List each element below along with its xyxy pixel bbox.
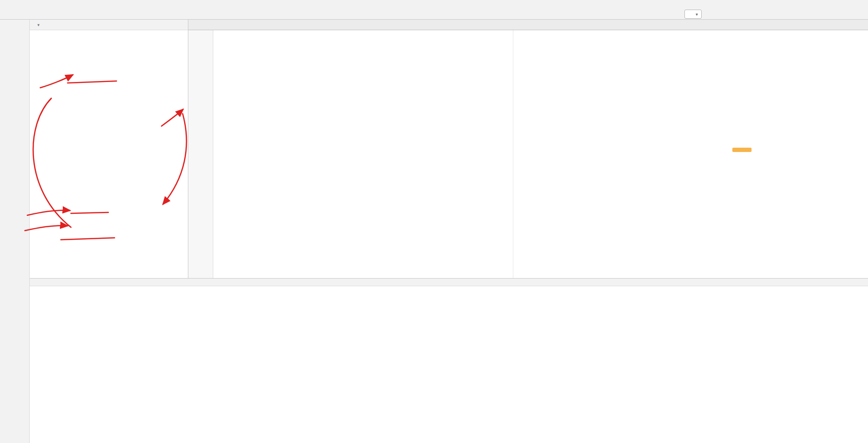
close-terminal-icon[interactable] <box>33 303 41 312</box>
terminal-toolbar <box>30 286 44 443</box>
tool-windows-button[interactable] <box>732 10 741 19</box>
collapse-all-icon[interactable] <box>151 21 161 29</box>
terminal-header[interactable] <box>30 278 868 286</box>
project-panel: ▾ <box>30 20 188 278</box>
project-tree <box>30 30 188 278</box>
ide-window: ▾ ▾ <box>0 0 868 443</box>
add-terminal-icon[interactable] <box>33 290 41 299</box>
editor-code[interactable] <box>213 30 868 278</box>
tool-window-stripe <box>0 20 30 443</box>
project-panel-header: ▾ <box>30 20 188 30</box>
vcs-update-icon[interactable] <box>671 10 680 19</box>
locate-icon[interactable] <box>139 21 149 29</box>
terminal-panel <box>30 278 868 443</box>
editor-area <box>188 20 868 278</box>
editor-tabs <box>188 20 868 30</box>
terminal-output[interactable] <box>44 286 868 443</box>
settings-gear-icon[interactable] <box>163 21 173 29</box>
menu-bar <box>0 0 868 9</box>
editor-gutter <box>188 30 213 278</box>
hide-panel-icon[interactable] <box>175 21 185 29</box>
run-toolbar: ▾ <box>671 9 741 20</box>
debug-button[interactable] <box>719 10 728 19</box>
run-button[interactable] <box>706 10 715 19</box>
navigation-bar: ▾ <box>0 9 868 20</box>
chevron-down-icon: ▾ <box>695 12 698 17</box>
scrollbar-caret-mark[interactable] <box>732 148 752 152</box>
editor-body <box>188 30 868 278</box>
chevron-down-icon[interactable]: ▾ <box>37 23 40 27</box>
run-configuration-select[interactable]: ▾ <box>684 10 702 19</box>
